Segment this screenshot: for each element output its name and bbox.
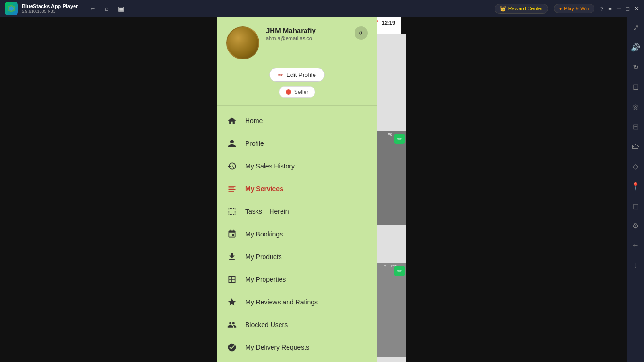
menu-properties-label: My Properties xyxy=(245,276,286,283)
rs-volume-icon[interactable]: 🔊 xyxy=(630,42,641,53)
help-icon[interactable]: ? xyxy=(600,5,603,12)
menu-sales-label: My Sales History xyxy=(245,162,295,170)
edit-profile-label: Edit Profile xyxy=(286,71,316,78)
user-avatar xyxy=(226,26,259,59)
menu-item-profile[interactable]: Profile xyxy=(217,132,377,155)
seller-badge: Seller xyxy=(279,86,316,98)
hamburger-icon[interactable]: ≡ xyxy=(608,5,612,12)
menu-item-sales-history[interactable]: My Sales History xyxy=(217,155,377,177)
fire-icon: ● xyxy=(559,6,562,11)
rs-bottom-icon[interactable]: ↓ xyxy=(630,260,641,271)
svg-rect-2 xyxy=(229,186,236,187)
rs-eraser-icon[interactable]: ◇ xyxy=(630,160,641,172)
bs-topbar-right: 👑 Reward Center ● Play & Win ? ≡ ─ □ ✕ xyxy=(495,4,639,14)
menu-products-label: My Products xyxy=(245,253,282,261)
send-message-button[interactable]: ✈ xyxy=(355,26,368,40)
menu-reviews-label: My Reviews and Ratings xyxy=(245,298,318,306)
edit-icon-overlay: ✏ xyxy=(397,136,402,142)
maximize-icon[interactable]: □ xyxy=(626,5,629,12)
bookings-icon xyxy=(226,228,238,240)
bluestacks-logo xyxy=(5,2,18,15)
menu-item-properties[interactable]: My Properties xyxy=(217,268,377,291)
close-icon[interactable]: ✕ xyxy=(634,5,639,12)
avatar-area: JHM Maharafiy ahm.a@emarlias.co ✈ xyxy=(226,26,368,59)
svg-rect-3 xyxy=(229,188,234,189)
home-icon xyxy=(226,115,238,126)
windows-button[interactable]: ▣ xyxy=(116,3,126,14)
crown-icon: 👑 xyxy=(500,6,506,12)
user-email: ahm.a@emarlias.co xyxy=(266,35,316,41)
menu-tasks-label: Tasks – Herein xyxy=(245,208,289,215)
bs-nav-icons: ← ⌂ ▣ xyxy=(87,3,126,14)
menu-item-bookings[interactable]: My Bookings xyxy=(217,223,377,245)
seller-dot xyxy=(286,89,291,95)
edit-icon: ✏ xyxy=(278,71,283,78)
menu-home-label: Home xyxy=(245,117,263,125)
rs-camera-icon[interactable]: ◻ xyxy=(630,200,641,211)
services-icon xyxy=(226,183,238,194)
send-icon: ✈ xyxy=(359,30,363,36)
menu-separator xyxy=(217,361,377,361)
menu-blocked-label: Blocked Users xyxy=(245,321,288,328)
window-controls: ? ≡ ─ □ ✕ xyxy=(600,5,639,12)
rs-expand-icon[interactable]: ⤢ xyxy=(630,22,641,33)
home-button[interactable]: ⌂ xyxy=(101,3,112,14)
menu-item-delivery[interactable]: My Delivery Requests xyxy=(217,336,377,359)
reward-center-button[interactable]: 👑 Reward Center xyxy=(495,4,548,14)
properties-icon xyxy=(226,274,238,285)
edit-profile-button[interactable]: ✏ Edit Profile xyxy=(269,68,325,82)
menu-profile-label: Profile xyxy=(245,140,264,147)
delivery-icon xyxy=(226,342,238,353)
play-win-label: Play & Win xyxy=(564,6,589,11)
right-item-1: ✏ ng... xyxy=(377,131,406,225)
minimize-icon[interactable]: ─ xyxy=(617,5,621,12)
rs-location-icon[interactable]: ◎ xyxy=(630,101,641,112)
seller-badge-label: Seller xyxy=(294,89,309,95)
right-strip: ✏ ng... ✏ /S... req... xyxy=(377,34,406,362)
menu-item-blocked[interactable]: Blocked Users xyxy=(217,313,377,336)
user-name: JHM Maharafiy xyxy=(266,26,316,34)
rs-rotate-icon[interactable]: ↻ xyxy=(630,61,641,73)
blocked-icon xyxy=(226,319,238,330)
profile-icon xyxy=(226,138,238,149)
user-info: JHM Maharafiy ahm.a@emarlias.co xyxy=(266,26,316,41)
menu-item-home[interactable]: Home xyxy=(217,109,377,132)
edit-icon-overlay-2: ✏ xyxy=(397,268,402,274)
menu-item-tasks[interactable]: Tasks – Herein xyxy=(217,200,377,223)
menu-item-reviews[interactable]: My Reviews and Ratings xyxy=(217,291,377,313)
reward-center-label: Reward Center xyxy=(508,6,543,11)
bluestacks-topbar: BlueStacks App Player 5.9.610.1005 N33 ←… xyxy=(0,0,644,17)
menu-items-list: Home Profile My Sales History xyxy=(217,106,377,362)
right-item-2: ✏ /S... req... xyxy=(377,263,406,357)
bluestacks-app-title: BlueStacks App Player xyxy=(22,3,78,9)
rs-settings-icon[interactable]: ⚙ xyxy=(630,220,641,231)
profile-header: JHM Maharafiy ahm.a@emarlias.co ✈ ✏ Edit… xyxy=(217,17,377,105)
avatar-image xyxy=(227,26,258,59)
rs-folder-icon[interactable]: 🗁 xyxy=(630,141,641,152)
main-area: A 📍 12:19 JHM Maharafiy ahm.a@emarlias.c… xyxy=(0,17,627,362)
menu-item-services[interactable]: My Services xyxy=(217,177,377,200)
rs-grid-icon[interactable]: ⊞ xyxy=(630,121,641,132)
menu-delivery-label: My Delivery Requests xyxy=(245,344,309,351)
edit-overlay-2: ✏ xyxy=(394,266,405,276)
reviews-icon xyxy=(226,296,238,308)
rs-pin-icon[interactable]: 📍 xyxy=(630,180,641,192)
tasks-icon xyxy=(226,206,238,217)
bluestacks-version: 5.9.610.1005 N33 xyxy=(22,9,78,14)
rs-screenshot-icon[interactable]: ⊡ xyxy=(630,81,641,93)
phone-frame: A 📍 12:19 JHM Maharafiy ahm.a@emarlias.c… xyxy=(217,17,401,362)
svg-rect-4 xyxy=(229,189,236,190)
svg-rect-5 xyxy=(229,191,234,192)
products-icon xyxy=(226,251,238,262)
bluestacks-title-block: BlueStacks App Player 5.9.610.1005 N33 xyxy=(22,3,78,14)
rs-back-icon[interactable]: ← xyxy=(630,240,641,251)
menu-bookings-label: My Bookings xyxy=(245,230,283,238)
menu-panel: JHM Maharafiy ahm.a@emarlias.co ✈ ✏ Edit… xyxy=(217,17,377,362)
right-sidebar: ⤢ 🔊 ↻ ⊡ ◎ ⊞ 🗁 ◇ 📍 ◻ ⚙ ← ↓ xyxy=(627,17,644,362)
menu-services-label: My Services xyxy=(245,185,283,193)
sales-history-icon xyxy=(226,160,238,172)
edit-overlay-1: ✏ xyxy=(394,134,405,144)
play-win-button[interactable]: ● Play & Win xyxy=(554,4,594,13)
back-button[interactable]: ← xyxy=(87,3,98,14)
menu-item-products[interactable]: My Products xyxy=(217,245,377,268)
